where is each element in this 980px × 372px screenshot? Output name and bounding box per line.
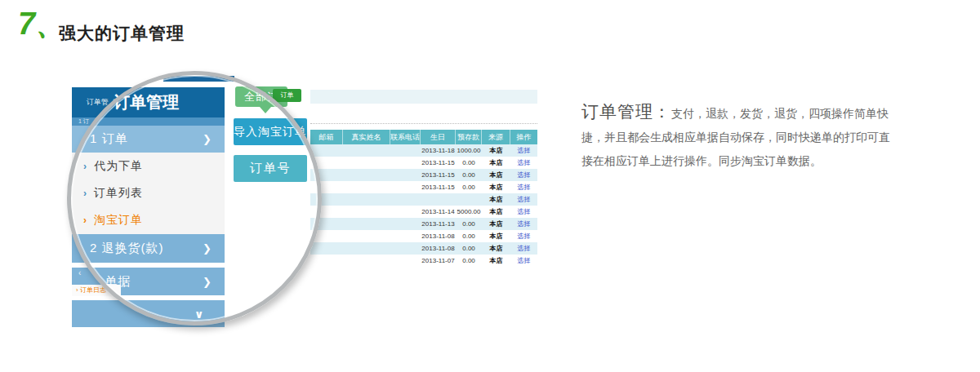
sidebar-title: 订单管理 — [114, 91, 179, 113]
orders-table-header-cell: 生日 — [421, 130, 456, 144]
cell-phone — [390, 218, 421, 230]
sidebar-submenu: › 代为下单 › 订单列表 › 淘宝订单 — [72, 153, 225, 234]
select-link[interactable]: 选择 — [518, 171, 531, 179]
sidebar-menu-item[interactable]: › 淘宝订单 — [72, 206, 225, 233]
cell-phone — [390, 157, 421, 169]
cell-email — [310, 193, 343, 206]
cell-source: 本店 — [482, 181, 510, 193]
chevron-right-icon: ❯ — [203, 276, 212, 288]
sidebar-ghost-title: 订单管 — [87, 97, 109, 108]
select-link[interactable]: 选择 — [518, 147, 531, 154]
select-link[interactable]: 选择 — [518, 232, 531, 240]
select-link[interactable]: 选择 — [518, 159, 531, 166]
sidebar-menu-item[interactable]: › 代为下单 — [72, 153, 225, 179]
orders-table-header-cell: 预存款 — [456, 130, 482, 144]
cell-birthday — [421, 193, 456, 206]
orders-table-body: 2013-11-18 1000.00 本店 选择 2013-11-15 0.00… — [310, 144, 537, 267]
cell-deposit: 0.00 — [456, 218, 482, 230]
arrow-right-icon: › — [83, 161, 87, 172]
cell-birthday: 2013-11-08 — [421, 242, 456, 255]
page-title: 强大的订单管理 — [59, 22, 185, 45]
select-link[interactable]: 选择 — [518, 208, 531, 215]
cell-email — [310, 157, 343, 169]
cell-phone — [390, 193, 421, 206]
sidebar-collapse-bar[interactable]: ∨ — [72, 300, 225, 327]
ghost-all-orders-button: 订单 — [273, 89, 301, 102]
cell-email — [310, 144, 343, 157]
cell-deposit: 1000.00 — [456, 144, 482, 157]
orders-table-header-cell: 真实姓名 — [343, 130, 390, 144]
cell-real-name — [343, 206, 390, 218]
cell-source: 本店 — [482, 157, 510, 169]
table-row: 2013-11-15 0.00 本店 选择 — [310, 169, 537, 181]
sidebar-menu-item-label: 代为下单 — [94, 159, 143, 174]
cell-email — [310, 181, 343, 193]
cell-source: 本店 — [482, 242, 510, 255]
dotted-divider — [310, 123, 537, 124]
cell-birthday: 2013-11-07 — [421, 255, 456, 267]
cell-deposit: 0.00 — [456, 230, 482, 242]
select-link[interactable]: 选择 — [518, 184, 531, 191]
page-header: 7、 强大的订单管理 — [0, 0, 980, 57]
cell-phone — [390, 255, 421, 267]
cell-source: 本店 — [482, 230, 510, 242]
cell-real-name — [343, 181, 390, 193]
arrow-right-icon: › — [83, 188, 87, 199]
cell-email — [310, 242, 343, 255]
ghost-arrow-left-icon: ‹ — [78, 268, 81, 277]
table-row: 2013-11-14 5000.00 本店 选择 — [310, 206, 537, 218]
cell-phone — [390, 242, 421, 255]
table-row: 2013-11-07 0.00 本店 选择 — [310, 255, 537, 267]
table-row: 2013-11-13 0.00 本店 选择 — [310, 218, 537, 230]
ghost-order-log-item: › 订单日志 — [72, 285, 121, 296]
cell-birthday: 2013-11-08 — [421, 230, 456, 242]
cell-birthday: 2013-11-13 — [421, 218, 456, 230]
cell-deposit: 5000.00 — [456, 206, 482, 218]
cell-source: 本店 — [482, 169, 510, 181]
cell-phone — [390, 230, 421, 242]
cell-source: 本店 — [482, 144, 510, 157]
app-screenshot: 订单管 订单管理 1 订 1 订单 ❯ › 代为下单 › 订单列表 › 淘宝订单… — [72, 69, 539, 330]
cell-source: 本店 — [482, 218, 510, 230]
cell-deposit: 0.00 — [456, 157, 482, 169]
cell-real-name — [343, 144, 390, 157]
cell-email — [310, 206, 343, 218]
cell-phone — [390, 144, 421, 157]
cell-phone — [390, 181, 421, 193]
sidebar-menu-item[interactable]: › 订单列表 — [72, 179, 225, 206]
cell-phone — [390, 206, 421, 218]
cell-birthday: 2013-11-15 — [421, 157, 456, 169]
table-row: 2013-11-18 1000.00 本店 选择 — [310, 144, 537, 157]
cell-real-name — [343, 218, 390, 230]
order-number-button[interactable]: 订单号 — [234, 155, 307, 182]
table-row: 2013-11-15 0.00 本店 选择 — [310, 181, 537, 193]
sidebar-group-returns[interactable]: 2 退换货(款) ❯ — [72, 234, 225, 265]
table-row: 2013-11-08 0.00 本店 选择 — [310, 242, 537, 255]
cell-deposit — [456, 193, 482, 206]
cell-real-name — [343, 230, 390, 242]
sidebar-header: 订单管 订单管理 — [72, 87, 225, 117]
arrow-right-icon: › — [83, 215, 87, 226]
select-link[interactable]: 选择 — [518, 220, 531, 228]
ghost-topbar — [163, 76, 234, 82]
select-link[interactable]: 选择 — [518, 245, 531, 252]
cell-real-name — [343, 242, 390, 255]
select-link[interactable]: 选择 — [518, 257, 531, 264]
cell-email — [310, 218, 343, 230]
cell-real-name — [343, 157, 390, 169]
orders-table-header: 邮箱真实姓名联系电话生日预存款来源操作 — [310, 130, 537, 144]
cell-birthday: 2013-11-18 — [421, 144, 456, 157]
table-row: 2013-11-15 0.00 本店 选择 — [310, 157, 537, 169]
select-link[interactable]: 选择 — [518, 196, 531, 203]
cell-real-name — [343, 255, 390, 267]
table-row: 本店 选择 — [310, 193, 537, 206]
toolbar-strip — [310, 90, 537, 104]
sidebar-group-orders[interactable]: 1 订单 ❯ — [72, 126, 225, 153]
import-taobao-orders-button[interactable]: 导入淘宝订单 — [234, 118, 307, 145]
sidebar-ghost-strip: 1 订 — [72, 117, 225, 126]
cell-birthday: 2013-11-14 — [421, 206, 456, 218]
cell-deposit: 0.00 — [456, 242, 482, 255]
cell-deposit: 0.00 — [456, 255, 482, 267]
chevron-right-icon: ❯ — [203, 242, 212, 255]
sidebar-group-receipts[interactable]: ‹ 单据 ❯ › 订单日志 — [72, 268, 225, 298]
